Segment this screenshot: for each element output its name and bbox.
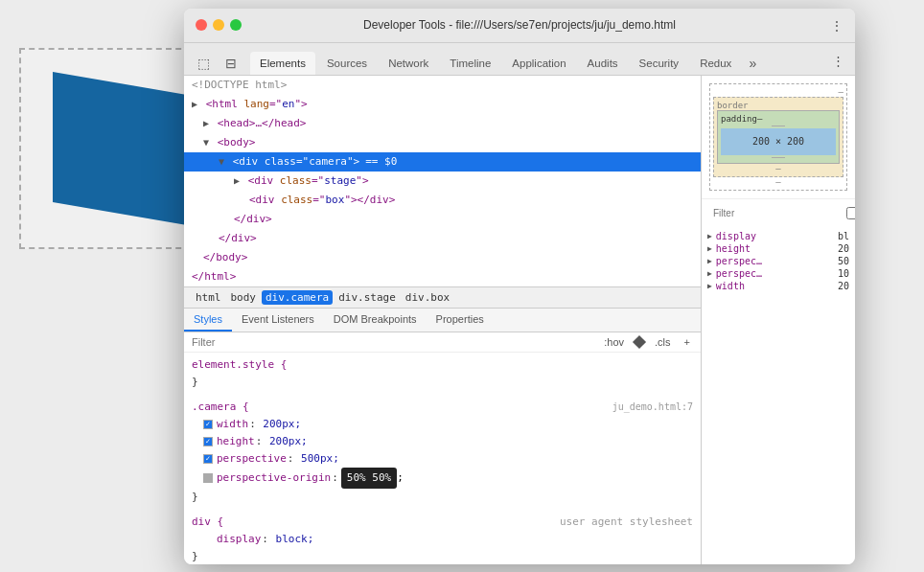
prop-row-perspective-origin: perspective-origin: 50% 50%;	[192, 468, 693, 489]
perspective-origin-tooltip: 50% 50%	[341, 468, 397, 489]
tab-elements[interactable]: Elements	[250, 52, 315, 75]
devtools-window: Developer Tools - file:///Users/se7en/pr…	[184, 9, 855, 564]
maximize-button[interactable]	[230, 19, 242, 31]
computed-filter: Show all	[702, 198, 855, 228]
computed-triangle-icon: ▶	[707, 232, 712, 240]
tab-security[interactable]: Security	[630, 52, 689, 75]
bm-padding-dash	[721, 126, 836, 126]
tree-close-div2: </div>	[184, 229, 701, 248]
prop-row-width: ✓ width: 200px;	[192, 416, 693, 433]
rule-camera: ju_demo.html:7 .camera { ✓ width: 200px;…	[192, 399, 693, 506]
filter-input[interactable]	[192, 336, 593, 348]
computed-row-width[interactable]: ▶ width 20	[702, 280, 855, 292]
window-title: Developer Tools - file:///Users/se7en/pr…	[363, 18, 676, 32]
title-bar: Developer Tools - file:///Users/se7en/pr…	[184, 9, 855, 43]
more-icon[interactable]: ⋮	[830, 18, 843, 32]
computed-triangle-icon: ▶	[707, 244, 712, 253]
prop-checkbox-perspective[interactable]: ✓	[203, 454, 213, 464]
expand-icon: ▶	[192, 99, 197, 109]
tree-body[interactable]: ▼ <body>	[184, 133, 701, 152]
css-tabs: Styles Event Listeners DOM Breakpoints P…	[184, 309, 701, 332]
hov-button[interactable]: :hov	[601, 335, 627, 349]
filter-bar: :hov .cls +	[184, 332, 701, 353]
computed-row-perspec2[interactable]: ▶ perspec… 10	[702, 267, 855, 280]
right-panel: – border padding–	[702, 76, 855, 564]
prop-row-height: ✓ height: 200px;	[192, 433, 693, 450]
title-bar-right: ⋮	[830, 18, 843, 32]
computed-triangle-icon: ▶	[707, 257, 712, 265]
devtools-body: <!DOCTYPE html> ▶ <html lang="en"> ▶ <he…	[184, 76, 855, 564]
bm-margin-label: –	[713, 87, 843, 97]
expand-icon: ▶	[203, 118, 209, 128]
computed-row-display[interactable]: ▶ display bl	[702, 230, 855, 242]
computed-row-height[interactable]: ▶ height 20	[702, 242, 855, 255]
computed-triangle-icon: ▶	[707, 282, 712, 290]
bm-content-layer: 200 × 200	[721, 128, 836, 155]
css-tab-styles[interactable]: Styles	[184, 309, 232, 332]
tree-close-html: </html>	[184, 267, 701, 286]
add-style-button[interactable]: +	[681, 335, 693, 349]
show-all-checkbox[interactable]	[846, 207, 855, 219]
tree-box[interactable]: <div class="box"></div>	[184, 191, 701, 210]
computed-props-list: ▶ display bl ▶ height 20 ▶ perspec… 50	[702, 228, 855, 564]
breadcrumb-body[interactable]: body	[227, 290, 261, 305]
bm-padding-dash2	[721, 157, 836, 158]
breadcrumb-stage[interactable]: div.stage	[335, 290, 400, 305]
tab-network[interactable]: Network	[379, 52, 438, 75]
tab-audits[interactable]: Audits	[578, 52, 628, 75]
filter-controls: :hov .cls +	[601, 335, 693, 349]
box-model-area: – border padding–	[702, 76, 855, 564]
breadcrumb-camera[interactable]: div.camera	[262, 290, 333, 305]
tree-doctype: <!DOCTYPE html>	[184, 76, 701, 95]
computed-triangle-icon: ▶	[707, 269, 712, 278]
bm-border-dash: –	[717, 164, 840, 173]
css-tab-event-listeners[interactable]: Event Listeners	[232, 309, 324, 332]
css-tab-properties[interactable]: Properties	[427, 309, 494, 332]
tree-close-div1: </div>	[184, 210, 701, 229]
computed-row-perspec1[interactable]: ▶ perspec… 50	[702, 255, 855, 267]
tab-application[interactable]: Application	[502, 52, 575, 75]
breadcrumb: html body div.camera div.stage div.box	[184, 286, 701, 309]
cls-button[interactable]: .cls	[652, 335, 674, 349]
bm-border-label: border	[717, 101, 840, 110]
computed-filter-input[interactable]	[707, 204, 841, 222]
rule-source-ua: user agent stylesheet	[560, 514, 693, 531]
rule-element-style: element.style { }	[192, 356, 693, 391]
expand-icon: ▼	[219, 156, 224, 167]
responsive-icon[interactable]: ⊟	[219, 52, 243, 75]
tab-timeline[interactable]: Timeline	[440, 52, 500, 75]
prop-checkbox-perspective-origin[interactable]	[203, 473, 213, 483]
bm-margin-dash: –	[713, 177, 843, 187]
more-tabs-icon[interactable]: »	[743, 52, 762, 75]
css-tab-dom-breakpoints[interactable]: DOM Breakpoints	[324, 309, 427, 332]
left-panel: <!DOCTYPE html> ▶ <html lang="en"> ▶ <he…	[184, 76, 702, 564]
prop-row-display: display: block;	[192, 531, 693, 548]
breadcrumb-box[interactable]: div.box	[402, 290, 453, 305]
bm-padding-layer: padding– 200 × 200	[717, 110, 840, 164]
diamond-icon	[633, 334, 646, 348]
show-all-container: Show all	[846, 203, 855, 224]
rule-source-camera[interactable]: ju_demo.html:7	[612, 399, 693, 416]
bm-padding-label: padding–	[721, 114, 836, 124]
elements-tree: <!DOCTYPE html> ▶ <html lang="en"> ▶ <he…	[184, 76, 701, 286]
minimize-button[interactable]	[213, 19, 224, 31]
expand-icon: ▶	[234, 175, 240, 186]
tree-head[interactable]: ▶ <head>…</head>	[184, 114, 701, 133]
tab-sources[interactable]: Sources	[317, 52, 377, 75]
prop-checkbox-height[interactable]: ✓	[203, 437, 213, 446]
inspect-icon[interactable]: ⬚	[192, 52, 216, 75]
devtools-tabs: ⬚ ⊟ Elements Sources Network Timeline Ap…	[184, 43, 855, 76]
tree-close-body: </body>	[184, 248, 701, 267]
expand-icon: ▼	[203, 137, 209, 148]
tab-redux[interactable]: Redux	[690, 52, 741, 75]
box-model-visual: – border padding–	[702, 76, 855, 198]
tree-stage[interactable]: ▶ <div class="stage">	[184, 172, 701, 191]
settings-icon[interactable]: ⋮	[828, 52, 847, 71]
breadcrumb-html[interactable]: html	[192, 290, 225, 305]
css-rules: element.style { } ju_demo.html:7 .camera…	[184, 353, 701, 564]
tree-camera[interactable]: ▼ <div class="camera">== $0	[184, 152, 701, 172]
preview-box	[53, 72, 187, 225]
close-button[interactable]	[196, 19, 207, 31]
prop-checkbox-width[interactable]: ✓	[203, 420, 213, 429]
tree-html[interactable]: ▶ <html lang="en">	[184, 95, 701, 114]
